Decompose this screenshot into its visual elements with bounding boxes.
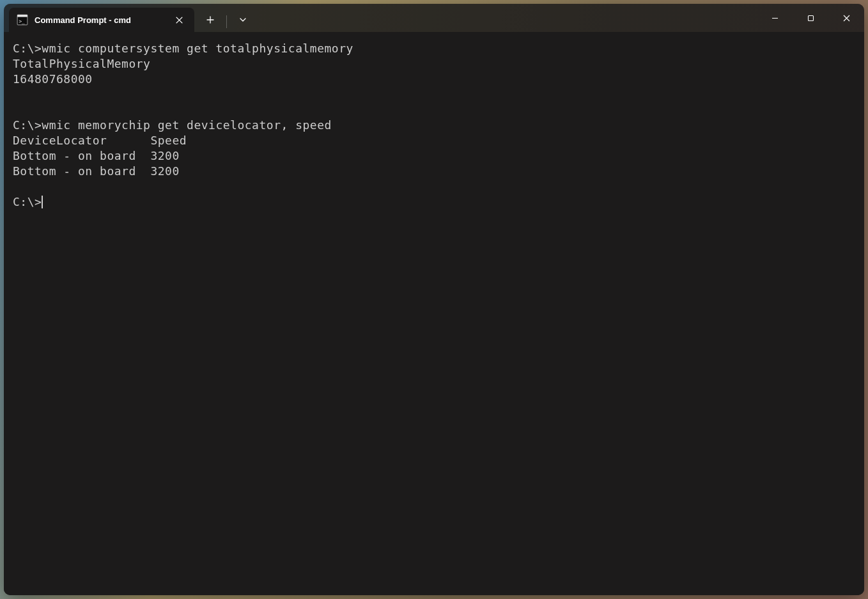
terminal-viewport[interactable]: C:\>wmic computersystem get totalphysica… (4, 32, 864, 595)
svg-rect-1 (17, 15, 27, 17)
titlebar-drag-region[interactable] (255, 4, 757, 32)
window-controls (757, 4, 864, 32)
titlebar[interactable]: >_ Command Prompt - cmd (4, 4, 864, 32)
minimize-button[interactable] (757, 4, 793, 32)
tab-close-button[interactable] (173, 13, 185, 26)
maximize-button[interactable] (793, 4, 828, 32)
divider (226, 15, 227, 28)
titlebar-actions (198, 4, 255, 32)
new-tab-button[interactable] (198, 10, 222, 30)
tab-title: Command Prompt - cmd (35, 15, 166, 25)
window-close-button[interactable] (828, 4, 864, 32)
active-tab[interactable]: >_ Command Prompt - cmd (9, 8, 194, 32)
prompt-text: C:\> (13, 194, 42, 210)
terminal-window: >_ Command Prompt - cmd (4, 4, 864, 595)
cursor (42, 196, 43, 208)
terminal-icon: >_ (17, 14, 28, 26)
tab-dropdown-button[interactable] (231, 10, 255, 30)
svg-text:>_: >_ (19, 19, 25, 24)
svg-rect-3 (808, 15, 813, 20)
current-prompt-line[interactable]: C:\> (13, 194, 864, 210)
terminal-output: C:\>wmic computersystem get totalphysica… (13, 41, 864, 194)
